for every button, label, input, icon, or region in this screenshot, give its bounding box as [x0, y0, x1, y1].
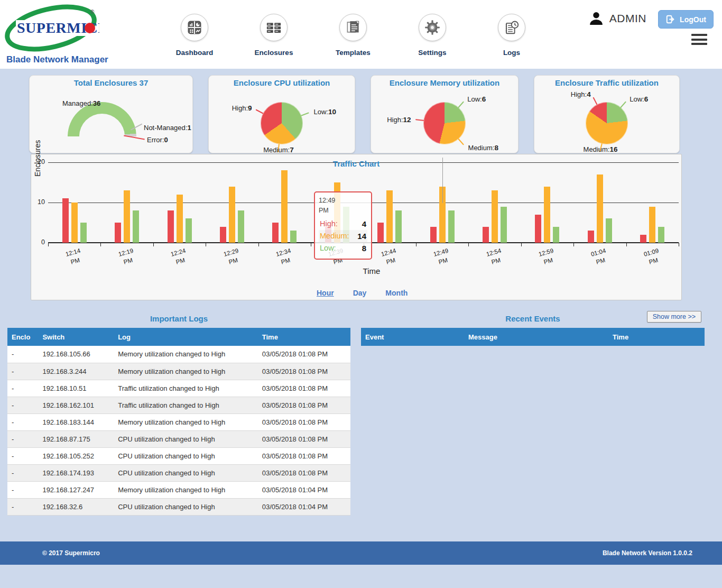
pie [261, 102, 303, 144]
x-tick-label: 12:54PM [468, 248, 521, 267]
bar-medium[interactable] [649, 207, 655, 243]
bar-high[interactable] [220, 227, 226, 243]
user-menu[interactable]: ADMIN [588, 11, 646, 26]
table-cell: 03/05/2018 01:08 PM [258, 414, 350, 430]
header: SUPERMICR ® Blade Network Manager Dashbo… [0, 0, 722, 69]
nav-item-settings[interactable]: Settings [408, 14, 457, 57]
bar-high[interactable] [62, 198, 69, 243]
bar-medium[interactable] [177, 195, 183, 243]
column-header: Time [258, 328, 350, 346]
bar-group-12-14-pm [48, 162, 100, 243]
bar-low[interactable] [395, 210, 402, 243]
important-logs-section: Important Logs EncloSwitchLogTime-192.16… [7, 311, 350, 516]
table-cell: - [7, 346, 38, 363]
bar-group-01-09-pm [626, 162, 679, 243]
bar-low[interactable] [606, 218, 612, 243]
show-more-button[interactable]: Show more >> [647, 311, 701, 323]
logout-label: LogOut [680, 15, 706, 24]
x-tick-label: 01:09PM [626, 248, 679, 267]
table-cell: 192.168.183.144 [38, 414, 114, 430]
table-cell: Memory utilization changed to High [114, 481, 258, 498]
nav-item-enclosures[interactable]: Enclosures [249, 14, 298, 57]
table-cell: - [7, 498, 38, 515]
link-day[interactable]: Day [353, 289, 367, 297]
bar-medium[interactable] [229, 187, 235, 243]
table-cell: - [7, 464, 38, 481]
logs-icon [498, 14, 525, 41]
table-cell: 192.168.174.193 [38, 464, 114, 481]
bar-medium[interactable] [124, 190, 130, 243]
bar-group-12-19-pm [100, 162, 153, 243]
memory-utilization-card: Enclosure Memory utilization Low:6Medium… [371, 75, 519, 153]
user-icon [588, 11, 604, 26]
bar-high[interactable] [272, 223, 279, 243]
bar-low[interactable] [553, 227, 559, 243]
table-cell: - [7, 481, 38, 498]
nav-item-dashboard[interactable]: Dashboard [170, 14, 219, 57]
bar-low[interactable] [501, 207, 507, 243]
table-cell: 192.168.10.51 [38, 380, 114, 397]
bar-high[interactable] [535, 215, 541, 243]
nav-label: Settings [418, 49, 446, 57]
bar-medium[interactable] [386, 190, 393, 243]
bar-medium[interactable] [492, 190, 498, 243]
column-header: Message [464, 328, 608, 346]
x-tick-label: 01:04PM [573, 248, 626, 267]
gauge-label-error: Error:0 [147, 136, 168, 144]
table-cell: 03/05/2018 01:08 PM [258, 380, 350, 397]
footer: © 2017 Supermicro Blade Network Version … [0, 541, 722, 565]
bar-high[interactable] [588, 231, 594, 243]
pie-label-high: High:9 [232, 104, 252, 112]
nav-item-logs[interactable]: Logs [487, 14, 536, 57]
table-cell: 03/05/2018 01:04 PM [258, 498, 350, 515]
tooltip-time: 12:49 PM [319, 196, 345, 216]
logout-button[interactable]: LogOut [658, 10, 714, 29]
bar-high[interactable] [430, 227, 437, 243]
svg-text:®: ® [90, 9, 95, 15]
bar-high[interactable] [377, 223, 384, 243]
table-cell: 03/05/2018 01:04 PM [258, 481, 350, 498]
bar-high[interactable] [483, 227, 489, 243]
pie [586, 102, 628, 144]
table-cell: Traffic utilization changed to High [114, 397, 258, 414]
bar-low[interactable] [238, 210, 244, 243]
bar-medium[interactable] [71, 203, 78, 243]
bar-high[interactable] [640, 235, 646, 243]
logout-icon [665, 14, 675, 24]
bar-medium[interactable] [597, 174, 603, 243]
x-tick-label: 12:49PM [416, 248, 468, 267]
table-row: -192.168.183.144Memory utilization chang… [7, 414, 350, 430]
bar-low[interactable] [186, 218, 192, 243]
x-tick-label: 12:14PM [48, 248, 100, 267]
bar-medium[interactable] [281, 170, 288, 243]
table-cell: - [7, 397, 38, 414]
pie-label-high: High:4 [571, 90, 591, 98]
menu-icon[interactable] [691, 34, 707, 48]
bar-low[interactable] [448, 210, 455, 243]
table-row: -192.168.10.51Traffic utilization change… [7, 380, 350, 397]
settings-icon [419, 14, 446, 41]
tooltip-row-medium: Medium:14 [319, 230, 367, 242]
bar-low[interactable] [80, 223, 87, 243]
memory-utilization-pie: Low:6Medium:8High:12 [371, 76, 518, 153]
table-row: -192.168.105.252CPU utilization changed … [7, 447, 350, 464]
app-title: Blade Network Manager [6, 54, 108, 65]
pie-label-low: Low:10 [314, 108, 337, 116]
table-cell: - [7, 380, 38, 397]
tooltip-row-high: High:4 [319, 218, 367, 230]
link-hour[interactable]: Hour [317, 289, 334, 297]
bar-low[interactable] [290, 231, 297, 243]
bar-medium[interactable] [544, 187, 550, 243]
nav-item-templates[interactable]: Templates [329, 14, 377, 57]
table-cell: Memory utilization changed to High [114, 363, 258, 380]
link-month[interactable]: Month [385, 289, 408, 297]
bar-group-12-34-pm [258, 162, 311, 243]
bar-low[interactable] [133, 210, 139, 243]
pie-label-low: Low:6 [630, 95, 648, 103]
chart-interval-links: Hour Day Month [317, 289, 408, 297]
supermicro-logo: SUPERMICR ® [4, 3, 99, 56]
bar-group-12-54-pm [468, 162, 521, 243]
bar-low[interactable] [658, 227, 664, 243]
bar-high[interactable] [115, 223, 121, 243]
bar-high[interactable] [168, 210, 174, 243]
